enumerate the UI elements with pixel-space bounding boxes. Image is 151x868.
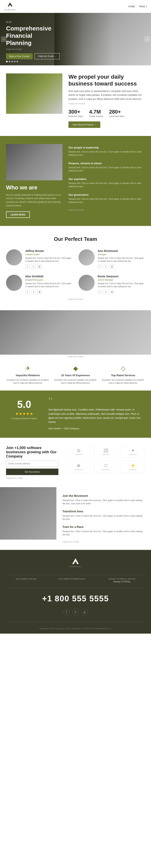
about-image	[6, 73, 63, 114]
hero-section: ‹ BLOG Comprehensive Financial Planning …	[0, 13, 151, 65]
book-consult-button[interactable]: Book a Free Consult	[6, 53, 33, 59]
who-item-title-4: Our governance	[69, 193, 145, 196]
join-image-source: Images from Freepik	[63, 541, 145, 543]
partner-text-1: COMPANY	[75, 454, 82, 456]
footer-map-text: ADD COMPANY ON MAP	[16, 578, 37, 580]
social-instagram-1[interactable]: @	[37, 264, 42, 269]
hero-buttons: Book a Free Consult FIND MY PLAN →	[6, 53, 60, 59]
stat-label-3: Launched Sites	[109, 115, 124, 117]
stat-number-2: 4.7M	[89, 109, 103, 115]
footer-phone[interactable]: +1 800 555 5555	[42, 594, 109, 603]
hero-prev-button[interactable]: ‹	[1, 36, 7, 42]
hero-next-button[interactable]: ›	[144, 36, 150, 42]
footer-twitter-icon[interactable]: 𝕏	[73, 609, 78, 615]
learn-more-button[interactable]: LEARN MORE	[6, 211, 30, 218]
footer-map-link[interactable]: ADD COMPANY ON MAP	[16, 578, 37, 583]
who-item-text-4: Sample text. Click to select the text bo…	[69, 197, 145, 204]
join-text-3: Sample text. Click to select the text bo…	[63, 530, 145, 536]
feature-experience: ◆ 15 Years Of Experience Excepteur sint …	[54, 365, 98, 384]
join-title-1: Join the Movement	[63, 494, 145, 497]
team-role-1: creative leader	[25, 253, 73, 255]
nav-page1[interactable]: PAGE 1	[139, 5, 147, 8]
footer-instagram-icon[interactable]: ◎	[81, 609, 87, 615]
stat-sites: 280+ Launched Sites	[109, 109, 124, 117]
who-item-text-3: Sample text. Click to select the text bo…	[69, 182, 145, 188]
nav-home[interactable]: HOME	[128, 5, 135, 8]
feature-title-2: 15 Years Of Experience	[54, 374, 98, 377]
social-twitter-4[interactable]: 𝕏	[104, 290, 108, 294]
team-avatar-2	[78, 249, 95, 266]
testimonial-content: " Sed dignissim lacinia nunc. Curabitur …	[48, 399, 143, 430]
social-facebook-4[interactable]: f	[98, 290, 102, 294]
social-facebook-2[interactable]: f	[98, 264, 102, 269]
team-role-3: programming guru	[25, 279, 73, 281]
footer: COMPANY ADD COMPANY ON MAP CLICK HERE FO…	[0, 550, 151, 633]
social-instagram-4[interactable]: @	[110, 290, 114, 294]
logo-sub: COMPANY	[4, 9, 16, 11]
partner-logo-1: ◎ COMPANY	[67, 446, 90, 458]
who-item-governance: Our governance Sample text. Click to sel…	[69, 193, 145, 204]
partner-text-2: COMPANY	[102, 454, 110, 456]
social-instagram-2[interactable]: @	[110, 264, 114, 269]
stat-number-3: 280+	[109, 109, 124, 115]
partners-section: Join +1,000 software businesses growing …	[0, 438, 151, 487]
rating-desc: Company Business Name	[8, 417, 40, 420]
team-info-3: Alex Griefield programming guru Sample t…	[25, 275, 73, 294]
view-projects-button[interactable]: View Recent Projects →	[69, 121, 100, 128]
join-item-train: Train for a Race Sample text. Click to s…	[63, 525, 145, 536]
who-item-title-3: Our aspiration	[69, 178, 145, 181]
footer-bottom-text: Sample text. Click to select the text bo…	[39, 627, 112, 629]
about-title: We propel your daily business toward suc…	[69, 73, 145, 87]
team-avatar-4	[78, 275, 95, 291]
who-item-text-1: Sample text. Click to select the text bo…	[69, 150, 145, 157]
social-instagram-3[interactable]: @	[37, 290, 42, 294]
partner-text-5: COMPANY	[102, 469, 110, 471]
dot-1[interactable]	[6, 61, 8, 62]
partners-image-source: Images from Freepik	[6, 477, 59, 479]
hero-tag: BLOG	[6, 21, 60, 23]
testimonial-author: John Smith — CEO Company	[48, 427, 143, 430]
who-section: Who we are We are equally dedicated to f…	[0, 136, 151, 226]
who-item-mission: Purpose, mission & values Sample text. C…	[69, 162, 145, 173]
team-name-3: Alex Griefield	[25, 275, 73, 278]
stats-row: 300+ Business Days 4.7M Funds Gained 280…	[69, 109, 145, 117]
partner-logo-2: ⬜ COMPANY	[93, 446, 118, 458]
about-image-source: Images from Freepik	[69, 103, 145, 105]
team-desc-3: Sample text. Click to select the text bo…	[25, 282, 73, 288]
who-item-text-2: Sample text. Click to select the text bo…	[69, 166, 145, 173]
footer-directions-link[interactable]: CLICK HERE FOR DIRECTIONS →	[58, 578, 87, 583]
partners-left: Join +1,000 software businesses growing …	[6, 446, 59, 479]
join-item-movement: Join the Movement Sample text. Click to …	[63, 494, 145, 505]
social-facebook-3[interactable]: f	[25, 290, 30, 294]
team-role-4: Senior Manager	[98, 279, 145, 281]
email-input[interactable]	[6, 461, 59, 467]
team-image-source: Images By Freepik	[6, 298, 145, 300]
logo[interactable]: COMPANY	[4, 2, 16, 11]
dot-3[interactable]	[11, 61, 13, 62]
who-item-leadership: Our people & leadership Sample text. Cli…	[69, 146, 145, 157]
rating-stars: ★★★★★	[8, 411, 40, 416]
team-avatar-1	[6, 249, 22, 266]
social-facebook-1[interactable]: f	[25, 264, 30, 269]
find-plan-button[interactable]: FIND MY PLAN →	[35, 53, 60, 59]
dot-2[interactable]	[9, 61, 10, 62]
footer-logo-icon	[72, 558, 79, 565]
footer-facebook-icon[interactable]: f	[64, 609, 70, 615]
social-twitter-1[interactable]: 𝕏	[31, 264, 36, 269]
dot-5[interactable]	[16, 61, 18, 62]
hero-title: Comprehensive Financial Planning	[6, 25, 59, 46]
join-section: Join the Movement Sample text. Click to …	[0, 487, 151, 550]
social-twitter-3[interactable]: 𝕏	[31, 290, 36, 294]
social-twitter-2[interactable]: 𝕏	[104, 264, 108, 269]
partner-icon-6: ⚡	[130, 463, 136, 468]
quote-mark: "	[48, 399, 143, 405]
dot-4[interactable]	[14, 61, 15, 62]
who-image-source: Image from Freepik	[69, 209, 145, 211]
testimonial-section: 5.0 ★★★★★ Company Business Name " Sed di…	[0, 391, 151, 438]
feature-title-3: Top Rated Services	[101, 374, 145, 377]
team-name-2: Ann Richmond	[98, 249, 145, 253]
get-demo-button[interactable]: Get Your Demo	[6, 469, 59, 475]
who-title: Who we are	[6, 184, 63, 191]
about-section: We propel your daily business toward suc…	[0, 65, 151, 136]
partner-icon-1: ◎	[77, 448, 80, 453]
